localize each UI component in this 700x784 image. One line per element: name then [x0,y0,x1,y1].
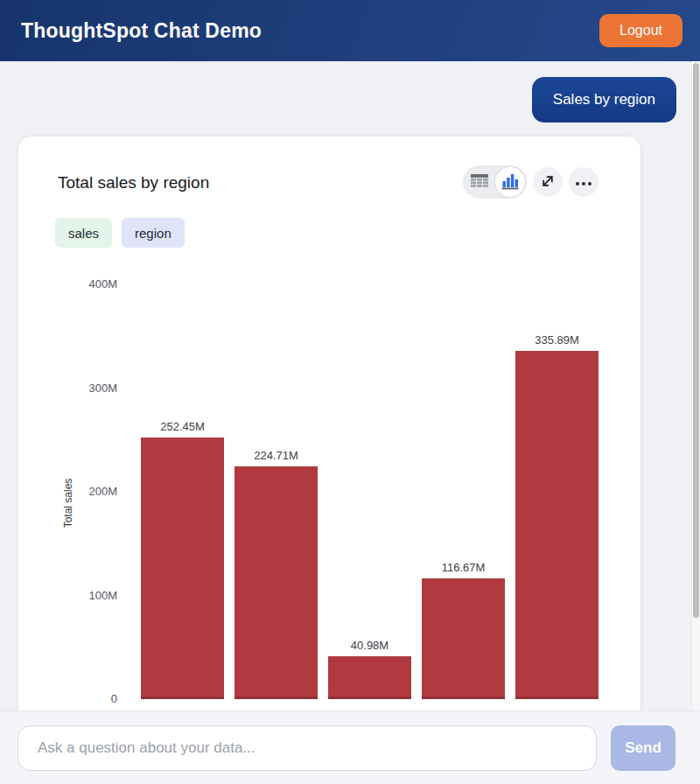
more-options-button[interactable] [569,167,598,197]
y-axis-title: Total sales [62,468,74,538]
composer: Send [0,710,700,784]
column-tags: sales region [55,218,185,248]
scrollbar-thumb[interactable] [693,63,699,618]
bar-value-label: 335.89M [504,333,610,346]
chart-view-button[interactable] [495,167,525,197]
app-title: ThoughtSpot Chat Demo [21,19,262,43]
y-tick-label: 300M [56,382,117,395]
ellipsis-icon [575,176,592,189]
table-icon [471,174,488,191]
bar-value-label: 224.71M [223,449,329,462]
logout-button[interactable]: Logout [599,14,682,47]
chart-plot: Total sales 0100M200M300M400M252.45M224.… [18,268,642,710]
bar-chart-icon [501,172,519,192]
answer-card: Total sales by region [18,136,641,710]
card-toolbar [463,165,598,199]
column-tag-region[interactable]: region [122,218,185,248]
y-tick-label: 400M [56,277,117,290]
send-button[interactable]: Send [611,725,676,771]
y-tick-label: 200M [56,485,117,498]
chart-bar[interactable] [515,351,598,699]
bar-value-label: 252.45M [130,420,235,433]
chart-bar[interactable] [422,578,505,699]
chart-bar[interactable] [328,656,411,699]
expand-button[interactable] [533,167,563,197]
column-tag-sales[interactable]: sales [55,218,112,248]
expand-icon [540,173,556,192]
user-message-chip: Sales by region [532,77,676,122]
y-tick-label: 0 [56,692,117,705]
chart-bar[interactable] [234,466,318,699]
chat-area: Sales by region Total sales by region [0,61,700,710]
view-toggle [463,165,527,199]
card-title: Total sales by region [58,173,209,192]
scrollbar-track[interactable] [691,61,700,710]
bar-value-label: 40.98M [317,639,423,652]
question-input[interactable] [18,725,597,771]
chart-bar[interactable] [141,438,224,699]
y-tick-label: 100M [56,589,117,602]
bar-value-label: 116.67M [410,561,516,574]
table-view-button[interactable] [465,167,494,197]
app-header: ThoughtSpot Chat Demo Logout [0,0,700,61]
